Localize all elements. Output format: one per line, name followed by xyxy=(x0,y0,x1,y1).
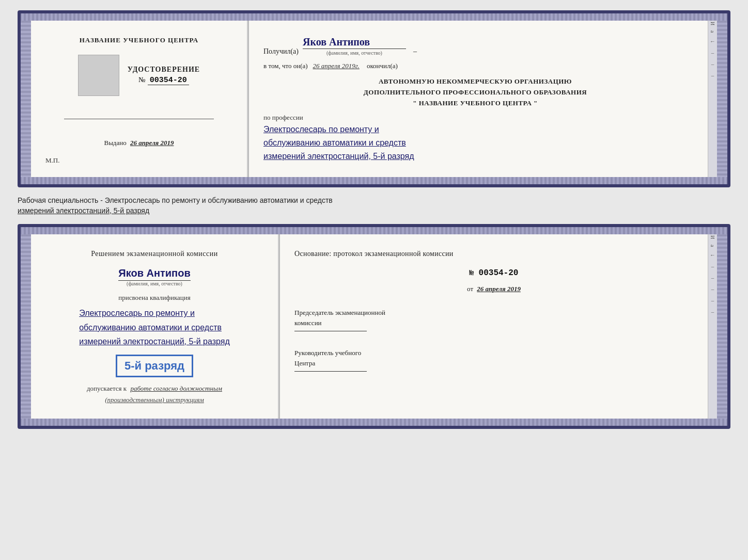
mp-label: М.П. xyxy=(45,156,59,165)
strip-mark-arrow-bot: ← xyxy=(710,252,715,258)
org-line3: " НАЗВАНИЕ УЧЕБНОГО ЦЕНТРА " xyxy=(263,98,687,109)
strip-mark-arrow: ← xyxy=(710,38,715,44)
po-professii-label: по профессии xyxy=(263,114,687,122)
razryad-badge: 5-й разряд xyxy=(116,355,193,377)
qual-line2: обслуживанию автоматики и средств xyxy=(79,321,230,334)
dash-top: – xyxy=(413,47,417,56)
ot-label: от xyxy=(467,285,473,293)
rukovoditel-signature-line xyxy=(294,371,367,372)
cert-number: 00354-20 xyxy=(148,76,189,85)
separator-line2: измерений электростанций, 5-й разряд xyxy=(18,206,730,216)
protocol-number-value: 00354-20 xyxy=(479,268,519,278)
strip-mark-dash2-bot: – xyxy=(711,275,714,281)
strip-mark-dash5-bot: – xyxy=(711,309,714,315)
org-block: АВТОНОМНУЮ НЕКОММЕРЧЕСКУЮ ОРГАНИЗАЦИЮ ДО… xyxy=(263,76,687,108)
vydano-date: 26 апреля 2019 xyxy=(130,139,174,147)
number-prefix: № xyxy=(138,76,145,84)
dopuskaetsya-prefix: допускается к xyxy=(87,385,127,392)
poluchil-label: Получил(а) xyxy=(263,47,299,56)
okончil-date: 26 апреля 2019г. xyxy=(313,62,360,70)
dopuskaetsya-row: допускается к работе согласно должностны… xyxy=(87,385,222,393)
strip-mark-а: а xyxy=(710,30,715,33)
strip-mark-dash3-bot: – xyxy=(711,286,714,292)
ot-date-value: 26 апреля 2019 xyxy=(477,285,521,293)
udostoverenie-label: УДОСТОВЕРЕНИЕ xyxy=(128,66,200,74)
rukovoditel-label: Руководитель учебного xyxy=(294,348,693,358)
org-line1: АВТОНОМНУЮ НЕКОММЕРЧЕСКУЮ ОРГАНИЗАЦИЮ xyxy=(263,76,687,87)
bottom-left-page: Решением экзаменационной комиссии Яков А… xyxy=(31,234,279,419)
protocol-number: № 00354-20 xyxy=(294,268,693,278)
dopuskaetsya-text: работе согласно должностным xyxy=(130,385,222,392)
spine-right-top xyxy=(717,13,727,184)
org-line2: ДОПОЛНИТЕЛЬНОГО ПРОФЕССИОНАЛЬНОГО ОБРАЗО… xyxy=(263,87,687,98)
osnovanie-label: Основание: протокол экзаменационной коми… xyxy=(294,250,693,258)
top-left-page: НАЗВАНИЕ УЧЕБНОГО ЦЕНТРА УДОСТОВЕРЕНИЕ №… xyxy=(31,21,248,177)
centra-label: Центра xyxy=(294,358,693,369)
fio-label-bottom: (фамилия, имя, отчество) xyxy=(127,281,182,286)
bottom-name: Яков Антипов xyxy=(118,267,190,281)
bottom-right-page: Основание: протокол экзаменационной коми… xyxy=(280,234,708,419)
strip-mark-И-bot: И xyxy=(710,235,715,239)
qualification-block: Электрослесарь по ремонту и обслуживанию… xyxy=(79,306,230,348)
komissia-label: комиссии xyxy=(294,318,693,328)
fio-label-top: (фамилия, имя, отчество) xyxy=(326,50,382,56)
separator-text: Рабочая специальность - Электрослесарь п… xyxy=(18,196,730,216)
prisvoena-label: присвоена квалификация xyxy=(118,294,190,302)
strip-mark-dash3: – xyxy=(711,72,714,78)
strip-mark-И: И xyxy=(710,22,715,25)
poluchil-name: Яков Антипов xyxy=(303,36,406,49)
dopuskaetsya-line2: (производственным) инструкциям xyxy=(105,396,204,404)
okончil-label: окончил(а) xyxy=(367,62,398,70)
rukovoditel-block: Руководитель учебного Центра xyxy=(294,348,693,374)
qual-line3: измерений электростанций, 5-й разряд xyxy=(79,334,230,348)
bottom-document: Решением экзаменационной комиссии Яков А… xyxy=(18,224,730,429)
spine-left-bottom xyxy=(21,227,31,426)
top-right-page: Получил(а) Яков Антипов (фамилия, имя, о… xyxy=(249,21,708,177)
top-left-title: НАЗВАНИЕ УЧЕБНОГО ЦЕНТРА xyxy=(80,36,199,44)
right-strip-marks-bottom: И а ← – – – – – xyxy=(708,227,717,426)
strip-mark-dash1: – xyxy=(711,50,714,56)
spine-left xyxy=(21,13,31,184)
resheniem-block: Решением экзаменационной комиссии xyxy=(91,250,218,258)
strip-mark-dash4-bot: – xyxy=(711,297,714,303)
spine-right-bottom xyxy=(717,227,727,426)
cert-stamp xyxy=(78,55,119,96)
right-strip-marks: И а ← – – – xyxy=(708,13,717,184)
vydano-label: Выдано xyxy=(104,139,126,147)
cert-badge-row: УДОСТОВЕРЕНИЕ № 00354-20 xyxy=(78,55,200,96)
strip-mark-а-bot: а xyxy=(710,245,715,247)
strip-mark-dash1-bot: – xyxy=(711,263,714,269)
cert-title-block: УДОСТОВЕРЕНИЕ № 00354-20 xyxy=(128,66,200,85)
profession-line1: Электрослесарь по ремонту и xyxy=(263,123,687,136)
predsedatel-signature-line xyxy=(294,331,367,331)
qual-line1: Электрослесарь по ремонту и xyxy=(79,306,230,320)
ot-date-row: от 26 апреля 2019 xyxy=(294,285,693,293)
resheniem-label: Решением экзаменационной комиссии xyxy=(91,250,218,258)
profession-line3: измерений электростанций, 5-й разряд xyxy=(263,150,687,163)
vtom-label: в том, что он(а) xyxy=(263,62,308,70)
predsedatel-block: Председатель экзаменационной комиссии xyxy=(294,308,693,333)
profession-block: Электрослесарь по ремонту и обслуживанию… xyxy=(263,123,687,163)
vydano-row: Выдано 26 апреля 2019 xyxy=(104,139,174,147)
separator-line1: Рабочая специальность - Электрослесарь п… xyxy=(18,196,730,206)
top-document: НАЗВАНИЕ УЧЕБНОГО ЦЕНТРА УДОСТОВЕРЕНИЕ №… xyxy=(18,10,730,187)
strip-mark-dash2: – xyxy=(711,61,714,67)
protocol-number-prefix: № xyxy=(470,269,474,278)
vtom-row: в том, что он(а) 26 апреля 2019г. окончи… xyxy=(263,62,687,70)
profession-line2: обслуживанию автоматики и средств xyxy=(263,136,687,150)
predsedatel-label: Председатель экзаменационной xyxy=(294,308,693,318)
